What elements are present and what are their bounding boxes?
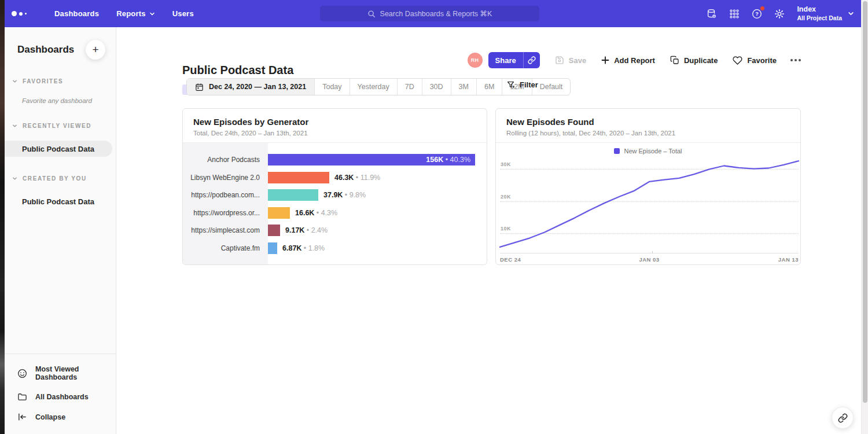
date-preset-7d[interactable]: 7D — [398, 79, 422, 95]
notification-badge — [760, 6, 765, 11]
save-button[interactable]: Save — [555, 56, 586, 65]
project-switcher[interactable]: Index All Project Data — [797, 5, 854, 22]
help-icon[interactable]: ? — [751, 8, 763, 20]
bar-category-label: Libsyn WebEngine 2.0 — [183, 174, 268, 182]
favorite-button[interactable]: Favorite — [733, 56, 777, 65]
collapse-icon — [17, 412, 27, 422]
bar-segment[interactable]: 156K • 40.3% — [268, 154, 475, 165]
collapse-label: Collapse — [35, 413, 65, 421]
calendar-icon — [195, 83, 204, 91]
project-scope: All Project Data — [797, 14, 842, 22]
date-preset-3m[interactable]: 3M — [451, 79, 477, 95]
sidebar-item-public-podcast-data-recent[interactable]: Public Podcast Data — [5, 141, 116, 157]
date-range-picker[interactable]: Dec 24, 2020 — Jan 13, 2021 — [187, 79, 315, 95]
all-dashboards-label: All Dashboards — [35, 393, 89, 401]
bar-segment[interactable] — [268, 242, 277, 254]
search-input[interactable]: Search Dashboards & Reports ⌘K — [320, 6, 539, 21]
add-report-button[interactable]: Add Report — [601, 56, 655, 65]
date-preset-yesterday[interactable]: Yesterday — [350, 79, 398, 95]
nav-item-users[interactable]: Users — [172, 9, 194, 18]
header-actions: RH Share Save Add Report Duplicate Favor… — [468, 52, 801, 69]
bar-row: Anchor Podcasts156K • 40.3% — [183, 151, 487, 169]
save-icon — [555, 56, 564, 65]
share-link-segment[interactable] — [523, 52, 540, 68]
nav-item-reports[interactable]: Reports — [116, 9, 155, 18]
bar-row: Libsyn WebEngine 2.046.3K • 11.9% — [183, 169, 487, 187]
bar-category-label: Captivate.fm — [183, 244, 268, 252]
x-axis-tick-label: DEC 24 — [500, 256, 521, 263]
section-favorites[interactable]: FAVORITES — [5, 78, 116, 84]
bar-segment[interactable] — [268, 207, 290, 219]
add-dashboard-button[interactable]: + — [86, 40, 105, 60]
settings-gear-icon[interactable] — [773, 8, 785, 20]
x-axis-tick-label: JAN 13 — [778, 256, 799, 263]
bar-category-label: https://podbean.com... — [183, 191, 268, 199]
card-new-episodes-by-generator[interactable]: New Episodes by Generator Total, Dec 24t… — [182, 108, 487, 265]
most-viewed-dashboards-button[interactable]: Most Viewed Dashboards — [5, 360, 116, 387]
plus-icon — [601, 56, 609, 64]
line-series — [500, 157, 799, 253]
duplicate-button[interactable]: Duplicate — [670, 56, 718, 65]
desktop-edge — [0, 0, 5, 434]
date-preset-today[interactable]: Today — [315, 79, 350, 95]
more-options-button[interactable] — [790, 59, 801, 61]
sidebar-title: Dashboards — [17, 44, 74, 56]
share-button[interactable]: Share — [488, 52, 540, 68]
bar-row: https://simplecast.com9.17K • 2.4% — [183, 222, 487, 240]
share-label: Share — [488, 52, 523, 68]
sidebar-item-label: Public Podcast Data — [5, 145, 94, 153]
search-placeholder: Search Dashboards & Reports ⌘K — [380, 9, 492, 18]
legend-label: New Episode – Total — [624, 148, 682, 155]
apps-grid-icon[interactable] — [728, 8, 740, 20]
app-logo-icon[interactable] — [12, 11, 37, 16]
section-created-by-you[interactable]: CREATED BY YOU — [5, 175, 116, 182]
copy-icon — [670, 56, 679, 65]
scrollbar-thumb[interactable] — [863, 1, 867, 403]
nav-item-dashboards[interactable]: Dashboards — [54, 9, 99, 18]
x-axis-labels: DEC 24JAN 03JAN 13 — [500, 256, 799, 263]
favorite-label: Favorite — [747, 56, 777, 65]
card-new-episodes-found[interactable]: New Episodes Found Rolling (12 hours), t… — [495, 108, 801, 265]
bar-segment[interactable] — [268, 225, 280, 236]
bar-row: Captivate.fm6.87K • 1.8% — [183, 240, 487, 258]
bar-value-label: 16.6K • 4.3% — [295, 209, 337, 217]
svg-text:?: ? — [755, 11, 759, 17]
link-icon — [528, 56, 536, 64]
bar-category-label: Anchor Podcasts — [183, 156, 268, 164]
floating-share-link-button[interactable] — [832, 407, 854, 429]
section-recently-viewed[interactable]: RECENTLY VIEWED — [5, 123, 116, 129]
sidebar-item-public-podcast-data-created[interactable]: Public Podcast Data — [5, 193, 116, 209]
bar-category-label: https://wordpress.or... — [183, 209, 268, 217]
chevron-down-icon — [848, 10, 854, 17]
avatar[interactable]: RH — [468, 53, 483, 68]
duplicate-label: Duplicate — [684, 56, 718, 65]
bar-segment[interactable] — [268, 189, 318, 201]
bar-row: https://wordpress.or...16.6K • 4.3% — [183, 204, 487, 222]
line-plot: 10K20K30K — [500, 157, 799, 253]
section-created-by-you-label: CREATED BY YOU — [23, 175, 87, 182]
collapse-sidebar-button[interactable]: Collapse — [5, 407, 116, 427]
smiley-icon — [17, 369, 27, 378]
page-scrollbar[interactable] — [861, 0, 868, 434]
chart-subtitle: Rolling (12 hours), total, Dec 24th, 202… — [506, 130, 790, 137]
bar-value-label: 6.87K • 1.8% — [282, 244, 325, 252]
bar-rows: Anchor Podcasts156K • 40.3%Libsyn WebEng… — [183, 151, 487, 257]
sidebar: Dashboards + FAVORITES Favorite any dash… — [5, 27, 116, 434]
favorites-empty-text: Favorite any dashboard — [5, 97, 116, 104]
data-sources-icon[interactable] — [705, 8, 718, 20]
main-content: Public Podcast Data Public RH Share Save… — [116, 27, 861, 434]
nav-reports-label: Reports — [116, 9, 146, 18]
top-nav: Dashboards Reports Users Search Dashboar… — [5, 0, 861, 27]
bar-segment[interactable] — [268, 172, 329, 183]
date-preset-6m[interactable]: 6M — [477, 79, 502, 95]
section-favorites-label: FAVORITES — [23, 78, 63, 84]
all-dashboards-button[interactable]: All Dashboards — [5, 387, 116, 407]
chart-title: New Episodes by Generator — [193, 117, 476, 127]
date-range-label: Dec 24, 2020 — Jan 13, 2021 — [209, 83, 306, 91]
date-preset-30d[interactable]: 30D — [422, 79, 451, 95]
legend-swatch — [614, 148, 620, 154]
section-recently-viewed-label: RECENTLY VIEWED — [23, 123, 91, 129]
filter-button[interactable]: Filter — [506, 80, 538, 89]
search-icon — [367, 10, 376, 18]
chart-subtitle: Total, Dec 24th, 2020 – Jan 13th, 2021 — [193, 130, 476, 137]
